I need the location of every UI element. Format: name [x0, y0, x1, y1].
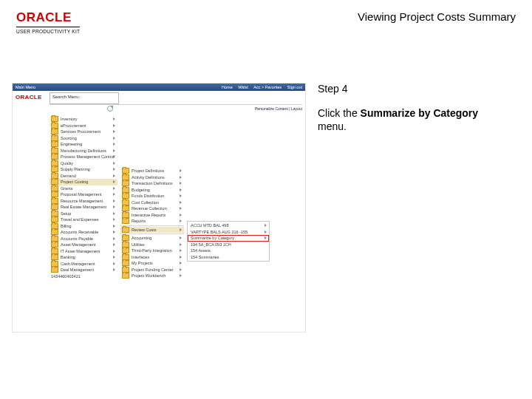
submenu-item[interactable]: Project Workbench — [120, 273, 184, 279]
main-menu-item[interactable]: Deal Management — [50, 267, 117, 273]
menu-divider — [120, 233, 184, 234]
topbar-links: Home Wklst Acc > Favorites Sign out — [217, 85, 302, 89]
chevron-right-icon — [113, 124, 115, 127]
main-menu-item[interactable]: Resource Management — [50, 198, 117, 205]
chevron-right-icon — [113, 155, 115, 158]
main-menu-item[interactable]: Setup — [50, 211, 117, 217]
main-menu-item[interactable]: Accounts Payable — [50, 236, 117, 242]
main-menu-item[interactable]: IT Asset Management — [50, 248, 117, 255]
main-menu-item[interactable]: Asset Management — [50, 242, 117, 248]
chevron-right-icon — [180, 243, 182, 246]
menu-item-label: Proposal Management — [61, 191, 101, 198]
main-menu-item[interactable]: Inventory — [50, 116, 117, 123]
main-menu-item[interactable]: Travel and Expenses — [50, 216, 117, 223]
chevron-right-icon — [113, 117, 115, 120]
submenu-item[interactable]: Interactive Reports — [120, 212, 184, 219]
menu-footer: 1434460403421 — [50, 273, 117, 280]
topbar-link-home[interactable]: Home — [222, 85, 233, 89]
submenu-item[interactable]: Utilities — [120, 242, 184, 248]
menu-item-label: My Projects — [132, 260, 153, 267]
folder-icon — [51, 267, 58, 273]
menu-item-label: Accounting — [132, 235, 151, 242]
submenu-item[interactable]: Activity Definitions — [120, 174, 184, 181]
submenu-item[interactable]: Third-Party Integration — [120, 248, 184, 254]
chevron-right-icon — [113, 212, 115, 215]
personalize-bar: Personalize Content | Layout — [50, 104, 302, 111]
main-menu-item[interactable]: Billing — [50, 223, 117, 230]
chevron-right-icon — [180, 214, 182, 216]
submenu-item[interactable]: Project Definitions — [120, 168, 184, 174]
submenu-item[interactable]: Funds Distribution — [120, 193, 184, 200]
menu-item-label: Interfaces — [132, 254, 149, 261]
page-title: Viewing Project Costs Summary — [358, 10, 516, 23]
chevron-right-icon — [180, 262, 182, 265]
menu-item-label: Services Procurement — [61, 129, 100, 135]
chevron-right-icon — [265, 231, 267, 233]
submenu-item[interactable]: Cost Collection — [120, 200, 184, 206]
submenu-item[interactable]: Review Costs — [120, 227, 184, 233]
main-menu-item[interactable]: Banking — [50, 254, 117, 261]
flyout-item[interactable]: VARTYPE BALS AUG 216 -155 — [188, 229, 269, 236]
submenu-item[interactable]: Revenue Collection — [120, 205, 184, 212]
menu-item-label: Project Costing — [61, 179, 88, 185]
main-menu-item[interactable]: Accounts Receivable — [50, 229, 117, 236]
brand-word: ORACLE — [16, 10, 80, 25]
chevron-right-icon — [180, 188, 182, 191]
chevron-right-icon — [180, 194, 182, 197]
submenu-item[interactable]: Reports — [120, 218, 184, 225]
menu-item-label: Cost Collection — [132, 200, 159, 206]
chevron-right-icon — [180, 268, 182, 271]
topbar-link-favorites[interactable]: Acc > Favorites — [253, 85, 282, 89]
chevron-right-icon — [180, 274, 182, 277]
app-topbar: Main Menu Home Wklst Acc > Favorites Sig… — [13, 83, 305, 91]
main-menu-item[interactable]: Process Management Control — [50, 154, 117, 160]
menu-item-label: Third-Party Integration — [132, 248, 172, 254]
submenu-item[interactable]: Accounting — [120, 235, 184, 242]
summarize-by-category-item[interactable]: Summarize by Category — [188, 235, 269, 242]
instruction-post: menu. — [318, 120, 347, 132]
menu-item-label: Engineering — [61, 141, 82, 148]
submenu-item[interactable]: Budgeting — [120, 187, 184, 194]
main-menu-item[interactable]: Project Costing — [50, 179, 117, 185]
menu-item-label: Activity Definitions — [132, 174, 165, 181]
search-menu-label[interactable]: Search Menu: — [50, 92, 119, 104]
flyout-item[interactable]: ACCU MTD BAL 498 — [188, 222, 269, 229]
chevron-right-icon — [113, 193, 115, 196]
main-menu-item[interactable]: Grants — [50, 185, 117, 192]
main-menu-item[interactable]: Quality — [50, 160, 117, 167]
main-menu-item[interactable]: Proposal Management — [50, 191, 117, 198]
chevron-right-icon — [113, 187, 115, 190]
menu-item-label: Funds Distribution — [132, 193, 164, 200]
submenu-column: Project DefinitionsActivity DefinitionsT… — [120, 168, 184, 279]
personalize-link[interactable]: Personalize Content | Layout — [255, 106, 302, 111]
submenu-item[interactable]: Transaction Definitions — [120, 180, 184, 187]
topbar-link-worklist[interactable]: Wklst — [238, 85, 248, 89]
submenu-item[interactable]: Project Funding Center — [120, 267, 184, 273]
main-menu-item[interactable]: Engineering — [50, 141, 117, 148]
main-menu-item[interactable]: Real Estate Management — [50, 204, 117, 211]
instruction-text: Click the Summarize by Category menu. — [318, 106, 499, 133]
topbar-link-signout[interactable]: Sign out — [287, 85, 302, 89]
chevron-right-icon — [113, 143, 115, 146]
main-menu-item[interactable]: eProcurement — [50, 123, 117, 129]
flyout-item[interactable]: 154 Assets — [188, 248, 269, 254]
menu-item-label: Budgeting — [132, 187, 150, 194]
submenu-item[interactable]: My Projects — [120, 260, 184, 267]
main-menu-item[interactable]: Sourcing — [50, 135, 117, 142]
main-menu-item[interactable]: Services Procurement — [50, 129, 117, 135]
menu-item-label: Deal Management — [61, 267, 94, 273]
menu-item-label: eProcurement — [61, 123, 86, 129]
main-menu-item[interactable]: Cash Management — [50, 261, 117, 267]
oracle-logo: ORACLE USER PRODUCTIVITY KIT — [16, 10, 80, 34]
main-menu-item[interactable]: Supply Planning — [50, 166, 117, 173]
chevron-right-icon — [113, 250, 115, 253]
chevron-right-icon — [180, 249, 182, 252]
chevron-right-icon — [113, 174, 115, 177]
menu-item-label: Utilities — [132, 242, 145, 248]
submenu-item[interactable]: Interfaces — [120, 254, 184, 261]
menu-divider — [120, 225, 184, 226]
main-menu-item[interactable]: Demand — [50, 173, 117, 180]
main-menu-item[interactable]: Manufacturing Definitions — [50, 148, 117, 154]
flyout-item[interactable]: 154 Summaries — [188, 254, 269, 261]
flyout-item[interactable]: 194 5A_BCA 093 1CH — [188, 242, 269, 248]
